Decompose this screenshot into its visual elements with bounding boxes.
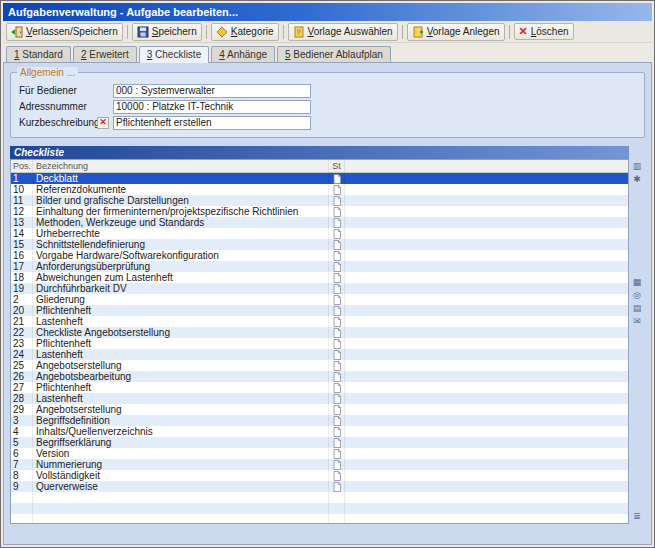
- table-row[interactable]: 16Vorgabe Hardware/Softwarekonfiguration: [11, 250, 628, 261]
- row-pos: 29: [11, 404, 33, 415]
- table-row[interactable]: 2Gliederung: [11, 294, 628, 305]
- column-header-bezeichnung[interactable]: Bezeichnung: [33, 160, 329, 172]
- table-row[interactable]: [11, 492, 628, 503]
- category-button[interactable]: Kategorie: [211, 23, 279, 41]
- row-filler: [345, 371, 628, 382]
- table-row[interactable]: 24Lastenheft: [11, 349, 628, 360]
- table-row[interactable]: 18Abweichungen zum Lastenheft: [11, 272, 628, 283]
- table-row[interactable]: 15Schnittstellendefinierung: [11, 239, 628, 250]
- title-bar: Aufgabenverwaltung - Aufgabe bearbeiten.…: [3, 3, 652, 21]
- grid-header[interactable]: Pos. Bezeichnung St: [11, 160, 628, 173]
- row-bezeichnung: Angebotserstellung: [33, 404, 329, 415]
- document-icon: [329, 459, 345, 470]
- table-row[interactable]: 25Angebotserstellung: [11, 360, 628, 371]
- window-title: Aufgabenverwaltung - Aufgabe bearbeiten.…: [8, 6, 238, 18]
- table-row[interactable]: 8Vollständigkeit: [11, 470, 628, 481]
- tab-anhaenge[interactable]: 4 Anhänge: [211, 46, 275, 62]
- table-row[interactable]: 23Pflichtenheft: [11, 338, 628, 349]
- table-row[interactable]: 1Deckblatt: [11, 173, 628, 184]
- filter-icon[interactable]: ▥: [631, 161, 643, 172]
- table-row[interactable]: 20Pflichtenheft: [11, 305, 628, 316]
- document-icon: [329, 481, 345, 492]
- row-pos: 1: [11, 173, 33, 184]
- document-icon: [329, 448, 345, 459]
- document-icon: [329, 261, 345, 272]
- field-label: Adressnummer: [19, 101, 97, 112]
- form-row: Für Bediener: [19, 83, 636, 98]
- table-row[interactable]: 26Angebotsbearbeitung: [11, 371, 628, 382]
- fuer-bediener-input[interactable]: [113, 84, 311, 98]
- row-pos: 6: [11, 448, 33, 459]
- row-filler: [345, 459, 628, 470]
- table-row[interactable]: 14Urheberrechte: [11, 228, 628, 239]
- table-row[interactable]: 5Begriffserklärung: [11, 437, 628, 448]
- document-icon: [329, 305, 345, 316]
- table-row[interactable]: 19Durchführbarkeit DV: [11, 283, 628, 294]
- column-header-pos[interactable]: Pos.: [11, 160, 33, 172]
- row-filler: [345, 261, 628, 272]
- row-bezeichnung: Pflichtenheft: [33, 305, 329, 316]
- insert-icon[interactable]: ▦: [631, 277, 643, 288]
- table-row[interactable]: 12Einhaltung der firmeninternen/projekts…: [11, 206, 628, 217]
- row-pos: 28: [11, 393, 33, 404]
- document-icon: [329, 437, 345, 448]
- row-filler: [345, 294, 628, 305]
- table-row[interactable]: 17Anforderungsüberprüfung: [11, 261, 628, 272]
- table-row[interactable]: [11, 503, 628, 514]
- table-row[interactable]: 21Lastenheft: [11, 316, 628, 327]
- table-row[interactable]: 7Nummerierung: [11, 459, 628, 470]
- table-row[interactable]: 9Querverweise: [11, 481, 628, 492]
- save-button[interactable]: Speichern: [132, 23, 202, 41]
- row-filler: [345, 327, 628, 338]
- exit-door-icon: [11, 26, 23, 38]
- column-header-status[interactable]: St: [329, 160, 345, 172]
- document-icon: [329, 349, 345, 360]
- row-pos: 14: [11, 228, 33, 239]
- adressnummer-input[interactable]: [113, 100, 311, 114]
- tab-standard[interactable]: 1 Standard: [6, 46, 71, 62]
- delete-button[interactable]: ✕ Löschen: [514, 23, 574, 40]
- table-row[interactable]: 4Inhalts/Quellenverzeichnis: [11, 426, 628, 437]
- table-row[interactable]: 3Begriffsdefinition: [11, 415, 628, 426]
- table-row[interactable]: 11Bilder und grafische Darstellungen: [11, 195, 628, 206]
- tab-checkliste[interactable]: 3 Checkliste: [139, 46, 209, 63]
- table-row[interactable]: 22Checkliste Angebotserstellung: [11, 327, 628, 338]
- kurzbeschreibung-input[interactable]: [113, 116, 311, 130]
- memo-icon[interactable]: ▤: [631, 303, 643, 314]
- row-bezeichnung: Begriffserklärung: [33, 437, 329, 448]
- search-icon[interactable]: ◎: [631, 290, 643, 301]
- tab-erweitert[interactable]: 2 Erweitert: [73, 46, 137, 62]
- new-row-icon[interactable]: ✱: [631, 174, 643, 185]
- leave-save-button[interactable]: Verlassen/Speichern: [6, 23, 123, 41]
- table-row[interactable]: 29Angebotserstellung: [11, 404, 628, 415]
- red-x-icon[interactable]: ✕: [97, 117, 109, 129]
- row-filler: [345, 448, 628, 459]
- table-row[interactable]: 27Pflichtenheft: [11, 382, 628, 393]
- row-pos: [11, 492, 33, 503]
- table-row[interactable]: 13Methoden, Werkzeuge und Standards: [11, 217, 628, 228]
- template-create-button[interactable]: Vorlage Anlegen: [407, 23, 505, 41]
- row-pos: 22: [11, 327, 33, 338]
- row-bezeichnung: Lastenheft: [33, 393, 329, 404]
- table-row[interactable]: [11, 514, 628, 523]
- status-cell: [329, 492, 345, 503]
- tab-bediener-ablaufplan[interactable]: 5 Bediener Ablaufplan: [277, 46, 391, 62]
- row-pos: 19: [11, 283, 33, 294]
- sum-icon[interactable]: ≣: [631, 511, 643, 522]
- template-select-button[interactable]: Vorlage Auswählen: [288, 23, 398, 41]
- document-icon: [329, 404, 345, 415]
- main-toolbar: Verlassen/Speichern Speichern Kategorie …: [3, 21, 652, 43]
- document-icon: [329, 338, 345, 349]
- table-row[interactable]: 6Version: [11, 448, 628, 459]
- row-pos: 27: [11, 382, 33, 393]
- row-bezeichnung: Deckblatt: [33, 173, 329, 184]
- table-row[interactable]: 28Lastenheft: [11, 393, 628, 404]
- row-filler: [345, 239, 628, 250]
- row-filler: [345, 470, 628, 481]
- row-pos: 7: [11, 459, 33, 470]
- row-filler: [345, 393, 628, 404]
- table-row[interactable]: 10Referenzdokumente: [11, 184, 628, 195]
- row-filler: [345, 338, 628, 349]
- mail-icon[interactable]: ✉: [631, 316, 643, 327]
- row-pos: 9: [11, 481, 33, 492]
